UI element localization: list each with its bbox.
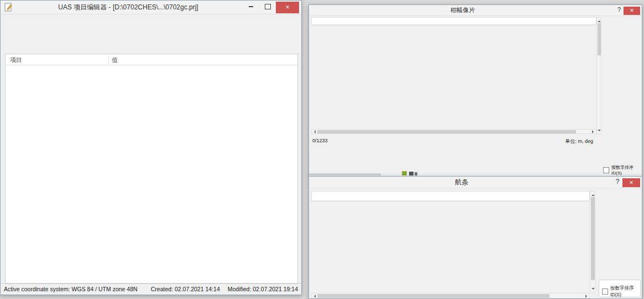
active-coordinate-system: Active coordinate system: WGS 84 / UTM z… (4, 286, 151, 292)
tree-column-value: 值 (112, 56, 118, 64)
editor-statusbar: Active coordinate system: WGS 84 / UTM z… (1, 283, 301, 295)
vertical-scrollbar[interactable] (590, 191, 595, 293)
editor-titlebar: UAS 项目编辑器 - [D:\0702CHES\...\0702gc.prj] (1, 1, 301, 14)
horizontal-scrollbar[interactable] (311, 293, 590, 298)
frame-photos-table (311, 17, 596, 25)
table-header-row (312, 192, 589, 201)
toolbar (1, 27, 301, 43)
column-divider[interactable] (108, 55, 109, 64)
strips-title: 航条 (311, 178, 612, 187)
sort-numeric-checkbox-row[interactable]: 按数字排序ID(S) (602, 285, 642, 297)
project-tree-panel: 项目 值 (5, 54, 298, 284)
frame-photos-titlebar: 框幅像片 ? (309, 5, 642, 16)
vertical-scrollbar[interactable] (596, 17, 601, 135)
close-button[interactable] (624, 7, 640, 15)
frame-photos-window: 框幅像片 ? 0/1233 单位: m, deg 按数字排序ID(S) (308, 4, 642, 177)
modified-timestamp: Modified: 02.07.2021 19:14 (228, 286, 298, 292)
desktop: UAS 项目编辑器 - [D:\0702CHES\...\0702gc.prj]… (0, 0, 644, 299)
sort-numeric-checkbox-row[interactable]: 按数字排序ID(S) (603, 164, 642, 176)
checkbox-unchecked[interactable] (602, 288, 608, 295)
close-button[interactable] (276, 2, 299, 13)
sort-numeric-label: 按数字排序ID(S) (611, 164, 642, 176)
help-button[interactable]: ? (612, 178, 622, 185)
maximize-button[interactable] (259, 2, 276, 12)
sort-numeric-label: 按数字排序ID(S) (610, 285, 642, 297)
checkbox-unchecked[interactable] (603, 167, 609, 173)
strips-window: 航条 ? 按数字排序ID(S) (308, 176, 642, 299)
minimize-button[interactable] (243, 2, 259, 12)
created-timestamp: Created: 02.07.2021 14:14 (151, 286, 220, 292)
tree-header: 项目 值 (6, 54, 297, 65)
strips-table (311, 191, 590, 202)
table-header-row (312, 18, 596, 25)
frame-photos-title: 框幅像片 (311, 6, 615, 14)
menubar (1, 14, 301, 27)
close-button[interactable] (622, 178, 640, 187)
editor-window-title: UAS 项目编辑器 - [D:\0702CHES\...\0702gc.prj] (14, 3, 243, 12)
editor-window: UAS 项目编辑器 - [D:\0702CHES\...\0702gc.prj]… (0, 0, 302, 295)
selection-count: 0/1233 (312, 138, 328, 143)
tree-column-item: 项目 (10, 56, 22, 64)
app-icon (4, 3, 13, 12)
help-button[interactable]: ? (615, 6, 624, 13)
units-label: 单位: m, deg (565, 138, 593, 145)
strips-titlebar: 航条 ? (309, 177, 642, 188)
horizontal-scrollbar[interactable] (311, 129, 596, 134)
